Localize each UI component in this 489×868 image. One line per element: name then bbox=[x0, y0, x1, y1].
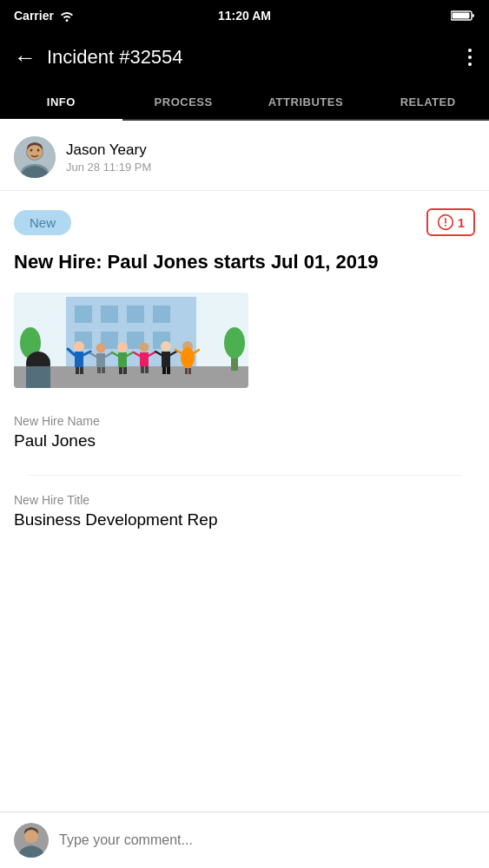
svg-point-10 bbox=[445, 225, 446, 227]
svg-point-32 bbox=[96, 343, 106, 352]
svg-rect-13 bbox=[75, 306, 92, 323]
svg-rect-60 bbox=[185, 368, 188, 374]
svg-point-57 bbox=[181, 347, 195, 368]
wifi-icon bbox=[59, 10, 75, 22]
svg-rect-55 bbox=[167, 367, 170, 374]
svg-point-7 bbox=[37, 149, 40, 152]
comment-bar bbox=[0, 812, 489, 868]
author-info: Jason Yeary Jun 28 11:19 PM bbox=[66, 141, 151, 174]
header-title: Incident #32554 bbox=[47, 46, 465, 69]
svg-rect-30 bbox=[76, 367, 79, 374]
author-name: Jason Yeary bbox=[66, 141, 151, 159]
svg-rect-49 bbox=[145, 366, 149, 373]
status-bar-right bbox=[451, 10, 475, 22]
svg-point-26 bbox=[74, 341, 84, 352]
svg-rect-61 bbox=[188, 368, 191, 374]
status-badge: New bbox=[14, 210, 71, 235]
svg-point-44 bbox=[140, 342, 149, 352]
svg-rect-42 bbox=[119, 367, 122, 374]
field-value-0: Paul Jones bbox=[14, 431, 475, 450]
alert-icon bbox=[437, 214, 454, 231]
field-new-hire-title: New Hire Title Business Development Rep bbox=[14, 493, 475, 529]
field-label-0: New Hire Name bbox=[14, 414, 475, 428]
field-value-1: Business Development Rep bbox=[14, 510, 475, 529]
svg-rect-16 bbox=[153, 306, 170, 323]
svg-point-25 bbox=[224, 327, 245, 358]
time-label: 11:20 AM bbox=[218, 9, 271, 23]
svg-rect-33 bbox=[96, 353, 105, 367]
svg-point-6 bbox=[30, 149, 33, 152]
author-row: Jason Yeary Jun 28 11:19 PM bbox=[0, 121, 489, 191]
svg-rect-36 bbox=[97, 367, 101, 373]
svg-rect-1 bbox=[453, 13, 470, 19]
incident-body: New 1 New Hire: Paul Jones starts Jul 01… bbox=[0, 191, 489, 571]
svg-rect-63 bbox=[26, 366, 50, 388]
tab-related[interactable]: RELATED bbox=[367, 83, 489, 119]
field-new-hire-name: New Hire Name Paul Jones bbox=[14, 414, 475, 450]
svg-point-38 bbox=[117, 342, 128, 352]
author-date: Jun 28 11:19 PM bbox=[66, 161, 151, 174]
svg-rect-27 bbox=[75, 352, 83, 367]
more-menu-button[interactable] bbox=[465, 45, 475, 69]
svg-rect-45 bbox=[140, 352, 149, 366]
incident-top-row: New 1 bbox=[14, 208, 475, 236]
svg-rect-43 bbox=[123, 367, 127, 374]
tab-info[interactable]: INFO bbox=[0, 83, 122, 119]
divider-1 bbox=[28, 475, 461, 476]
incident-image bbox=[14, 293, 248, 388]
back-button[interactable]: ← bbox=[14, 44, 36, 71]
tab-bar: INFO PROCESS ATTRIBUTES RELATED bbox=[0, 83, 489, 121]
field-label-1: New Hire Title bbox=[14, 493, 475, 507]
header: ← Incident #32554 bbox=[0, 31, 489, 83]
status-bar: Carrier 11:20 AM bbox=[0, 0, 489, 31]
svg-rect-51 bbox=[162, 352, 170, 367]
comment-input[interactable] bbox=[59, 832, 475, 848]
svg-rect-54 bbox=[162, 367, 166, 374]
alert-count: 1 bbox=[458, 215, 465, 230]
carrier-label: Carrier bbox=[14, 9, 54, 23]
comment-avatar bbox=[14, 823, 49, 858]
incident-title: New Hire: Paul Jones starts Jul 01, 2019 bbox=[14, 250, 475, 275]
svg-rect-39 bbox=[118, 352, 127, 367]
svg-rect-15 bbox=[127, 306, 144, 323]
battery-icon bbox=[451, 10, 475, 22]
svg-rect-31 bbox=[80, 367, 83, 374]
three-dots-icon bbox=[465, 45, 475, 69]
status-bar-left: Carrier bbox=[14, 9, 75, 23]
tab-process[interactable]: PROCESS bbox=[122, 83, 245, 119]
svg-point-50 bbox=[161, 341, 171, 352]
tab-attributes[interactable]: ATTRIBUTES bbox=[245, 83, 367, 119]
svg-rect-48 bbox=[141, 366, 144, 373]
content-area: Jason Yeary Jun 28 11:19 PM New 1 New Hi… bbox=[0, 121, 489, 571]
svg-rect-14 bbox=[101, 306, 118, 323]
svg-rect-37 bbox=[102, 367, 105, 373]
alert-badge: 1 bbox=[426, 208, 475, 236]
avatar bbox=[14, 136, 56, 178]
